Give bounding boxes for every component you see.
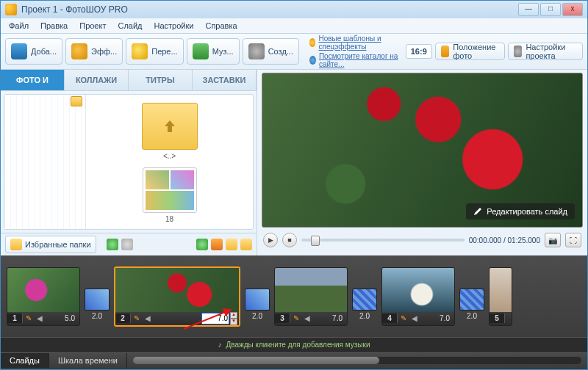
menu-file[interactable]: Файл — [4, 20, 34, 32]
preview-area[interactable]: Редактировать слайд — [262, 73, 583, 228]
project-settings-button[interactable]: Настройки проекта — [508, 43, 583, 60]
scrollbar-thumb[interactable] — [133, 357, 380, 364]
snapshot-button[interactable]: 📷 — [545, 233, 561, 247]
time-display: 00:00.000 / 01:25.000 — [469, 236, 540, 244]
transition-3[interactable]: 2.0 — [352, 273, 377, 320]
transition-1[interactable]: 2.0 — [85, 273, 110, 320]
app-logo-icon — [5, 4, 17, 15]
music-track[interactable]: ♪ Дважды кликните для добавления музыки — [1, 337, 587, 351]
tab-photo-video[interactable]: ФОТО И ВИДЕО — [1, 70, 65, 90]
thumb-up[interactable]: <..> — [133, 99, 207, 164]
photo-icon — [441, 46, 450, 57]
source-tabs: ФОТО И ВИДЕО КОЛЛАЖИ ТИТРЫ ЗАСТАВКИ — [1, 70, 257, 91]
disc-icon — [248, 43, 265, 59]
playback-bar: ▶ ■ 00:00.000 / 01:25.000 📷 ⛶ — [262, 228, 583, 253]
fav-add-icon[interactable] — [226, 239, 237, 250]
menu-help[interactable]: Справка — [200, 20, 242, 32]
camera-icon — [11, 43, 27, 59]
tab-timescale-view[interactable]: Шкала времени — [49, 353, 127, 368]
gear-icon — [514, 46, 522, 57]
add-button[interactable]: Доба... — [5, 38, 62, 65]
star-icon — [132, 43, 148, 59]
promo-links: Новые шаблоны и спецэффекты Посмотрите к… — [309, 35, 400, 68]
tab-titles[interactable]: ТИТРЫ — [129, 70, 193, 90]
stop-button[interactable]: ■ — [282, 233, 297, 247]
slide-5[interactable]: 5 — [489, 267, 512, 326]
timeline: 1✎◀5.0 2.0 2✎◀▲▼ 2.0 3✎◀7.0 2.0 4✎◀7.0 2… — [1, 255, 587, 351]
maximize-button[interactable]: □ — [540, 3, 561, 16]
menu-edit[interactable]: Правка — [35, 20, 73, 32]
link-templates[interactable]: Новые шаблоны и спецэффекты — [318, 35, 399, 51]
music-note-icon: ♪ — [218, 341, 221, 349]
pencil-icon[interactable]: ✎ — [290, 314, 302, 322]
transition-2[interactable]: 2.0 — [245, 273, 270, 320]
slide-1[interactable]: 1✎◀5.0 — [7, 267, 80, 326]
file-browser: <..> 18 — [4, 94, 254, 230]
folder-icon — [10, 239, 22, 250]
transition-thumb — [459, 289, 484, 311]
pencil-icon — [473, 207, 482, 216]
transition-thumb — [245, 289, 270, 311]
home-icon[interactable] — [211, 239, 223, 250]
seek-knob[interactable] — [311, 236, 320, 246]
thumbnail-grid[interactable]: <..> 18 — [86, 95, 253, 229]
slide-2[interactable]: 2✎◀▲▼ — [114, 266, 240, 327]
effects-button[interactable]: Эфф... — [65, 38, 123, 65]
transition-thumb — [85, 289, 110, 311]
menu-settings[interactable]: Настройки — [149, 20, 199, 32]
globe-icon — [309, 56, 316, 65]
menu-project[interactable]: Проект — [74, 20, 111, 32]
nav-back-icon[interactable] — [107, 239, 118, 250]
nav-fwd-icon[interactable] — [121, 239, 133, 250]
slide-thumb — [115, 268, 239, 312]
arrow-up-icon — [161, 117, 179, 135]
folder-icon — [71, 96, 82, 106]
tab-collages[interactable]: КОЛЛАЖИ — [65, 70, 129, 90]
slide-thumb — [275, 268, 347, 312]
star-small-icon — [309, 38, 316, 47]
slide-thumb — [382, 268, 454, 312]
tab-intros[interactable]: ЗАСТАВКИ — [193, 70, 257, 90]
pencil-icon[interactable]: ✎ — [23, 314, 35, 322]
folder-tree[interactable] — [4, 95, 86, 229]
transition-4[interactable]: 2.0 — [459, 273, 484, 320]
sound-icon[interactable]: ◀ — [143, 314, 153, 322]
minimize-button[interactable]: — — [518, 3, 539, 16]
aspect-ratio-button[interactable]: 16:9 — [406, 44, 432, 59]
duration-spinner[interactable]: ▲▼ — [230, 312, 237, 325]
download-icon[interactable] — [196, 239, 208, 250]
menubar: Файл Правка Проект Слайд Настройки Справ… — [1, 18, 587, 34]
fav-manage-icon[interactable] — [240, 239, 252, 250]
slide-thumb — [490, 268, 512, 312]
pencil-icon[interactable]: ✎ — [398, 314, 409, 322]
slide-strip[interactable]: 1✎◀5.0 2.0 2✎◀▲▼ 2.0 3✎◀7.0 2.0 4✎◀7.0 2… — [1, 255, 587, 337]
edit-slide-button[interactable]: Редактировать слайд — [466, 203, 575, 220]
play-button[interactable]: ▶ — [263, 233, 278, 247]
close-button[interactable]: x — [562, 3, 583, 16]
music-button[interactable]: Муз... — [187, 38, 240, 65]
photo-position-button[interactable]: Положение фото — [435, 43, 505, 60]
pencil-icon[interactable]: ✎ — [131, 314, 143, 322]
thumb-item[interactable]: 18 — [133, 164, 207, 227]
main-toolbar: Доба... Эфф... Пере... Муз... Созд... Но… — [1, 34, 587, 70]
menu-slide[interactable]: Слайд — [112, 20, 147, 32]
favorite-folders-button[interactable]: Избранные папки — [5, 236, 96, 253]
sound-icon[interactable]: ◀ — [35, 314, 45, 322]
duration-input[interactable] — [201, 313, 229, 324]
link-catalog[interactable]: Посмотрите каталог на сайте... — [319, 52, 400, 68]
fullscreen-button[interactable]: ⛶ — [565, 233, 581, 247]
transitions-button[interactable]: Пере... — [126, 38, 183, 65]
create-button[interactable]: Созд... — [243, 38, 299, 65]
timeline-scrollbar[interactable] — [133, 357, 581, 364]
sound-icon[interactable]: ◀ — [409, 314, 420, 322]
music-note-icon — [193, 43, 209, 59]
transition-thumb — [352, 289, 377, 311]
slide-thumb — [7, 268, 79, 312]
seek-slider[interactable] — [301, 239, 465, 242]
slide-4[interactable]: 4✎◀7.0 — [381, 267, 455, 326]
tab-slides-view[interactable]: Слайды — [1, 353, 49, 368]
slide-3[interactable]: 3✎◀7.0 — [274, 267, 348, 326]
titlebar: Проект 1 - ФотоШОУ PRO — □ x — [1, 1, 587, 18]
window-title: Проект 1 - ФотоШОУ PRO — [21, 4, 128, 15]
sound-icon[interactable]: ◀ — [302, 314, 312, 322]
